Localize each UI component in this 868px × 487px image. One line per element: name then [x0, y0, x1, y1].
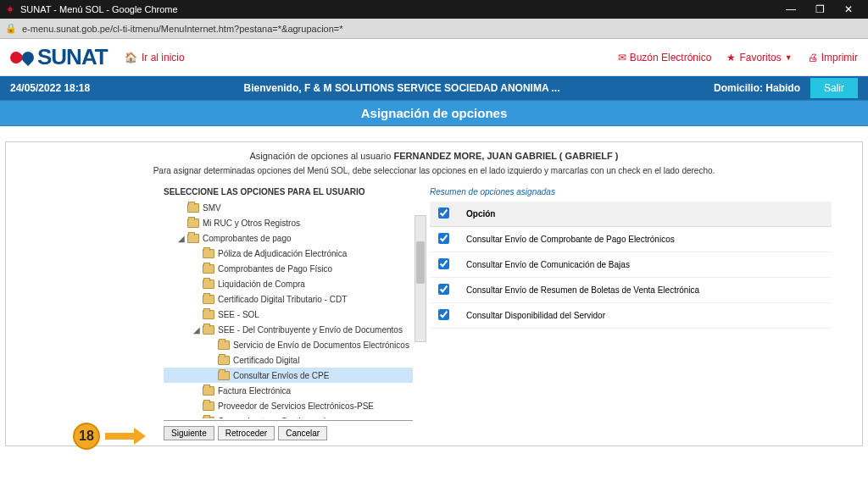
- options-tree-column: SELECCIONE LAS OPCIONES PARA EL USUARIO …: [6, 187, 413, 421]
- url-text: e-menu.sunat.gob.pe/cl-ti-itmenu/MenuInt…: [22, 24, 863, 34]
- arrow-icon: [105, 429, 146, 444]
- option-cell: Consultar Envío de Comprobante de Pago E…: [458, 227, 832, 252]
- tree-item[interactable]: Certificado Digital Tributario - CDT: [164, 291, 413, 307]
- table-row: Consultar Disponibilidad del Servidor: [430, 303, 832, 329]
- folder-icon: [187, 203, 199, 213]
- table-row: Consultar Envío de Comunicación de Bajas: [430, 252, 832, 278]
- tree-item[interactable]: SEE - SOL: [164, 307, 413, 322]
- assigned-title: Resumen de opciones asignadas: [430, 187, 832, 196]
- action-buttons: Siguiente Retroceder Cancelar: [164, 426, 327, 440]
- options-tree: SMV Mi RUC y Otros Registros ◢Comprobant…: [164, 200, 413, 418]
- maximize-button[interactable]: ❐: [805, 0, 834, 19]
- star-icon: ★: [726, 52, 736, 64]
- back-button[interactable]: Retroceder: [218, 426, 275, 440]
- favorites-link[interactable]: ★ Favoritos ▼: [726, 52, 792, 64]
- tree-item[interactable]: Certificado Digital: [164, 352, 413, 368]
- select-all-checkbox[interactable]: [438, 208, 449, 219]
- tree-item[interactable]: ◢Comprobantes de pago: [164, 230, 413, 246]
- tree-item[interactable]: Factura Electrónica: [164, 383, 413, 398]
- folder-icon: [203, 279, 214, 289]
- printer-icon: 🖨: [808, 52, 818, 64]
- assign-prefix: Asignación de opciones al usuario: [249, 151, 393, 161]
- tree-item[interactable]: Póliza de Adjudicación Electrónica: [164, 246, 413, 261]
- favorites-label: Favoritos: [739, 52, 781, 64]
- row-checkbox[interactable]: [438, 258, 449, 269]
- datetime-text: 24/05/2022 18:18: [10, 82, 90, 94]
- window-title: SUNAT - Menú SOL - Google Chrome: [20, 4, 776, 14]
- folder-icon: [203, 295, 214, 304]
- folder-icon: [203, 249, 214, 258]
- option-cell: Consultar Disponibilidad del Servidor: [458, 303, 832, 329]
- folder-icon: [187, 219, 199, 228]
- print-label: Imprimir: [821, 52, 858, 64]
- window-titlebar: SUNAT - Menú SOL - Google Chrome — ❐ ✕: [0, 0, 868, 19]
- mailbox-label: Buzón Electrónico: [630, 52, 712, 64]
- print-link[interactable]: 🖨 Imprimir: [808, 52, 858, 64]
- exit-button[interactable]: Salir: [810, 78, 858, 98]
- address-bar[interactable]: 🔒 e-menu.sunat.gob.pe/cl-ti-itmenu/MenuI…: [0, 19, 868, 39]
- window-controls: — ❐ ✕: [776, 0, 863, 19]
- tree-item[interactable]: SMV: [164, 200, 413, 215]
- tree-item-selected[interactable]: Consultar Envíos de CPE: [164, 368, 413, 383]
- tree-item[interactable]: Mi RUC y Otros Registros: [164, 215, 413, 230]
- tree-item[interactable]: Liquidación de Compra: [164, 276, 413, 291]
- header-checkbox-cell: [430, 202, 458, 227]
- logo-swirl-icon: [10, 46, 34, 69]
- domicile-text: Domicilio: Habido: [714, 82, 800, 94]
- cancel-button[interactable]: Cancelar: [278, 426, 327, 440]
- scrollbar-thumb[interactable]: [416, 241, 425, 284]
- folder-icon: [203, 264, 214, 274]
- svg-point-0: [8, 8, 13, 12]
- folder-icon: [218, 356, 230, 365]
- option-header: Opción: [458, 202, 832, 227]
- tree-item[interactable]: Proveedor de Servicios Electrónicos-PSE: [164, 398, 413, 413]
- row-checkbox[interactable]: [438, 309, 449, 320]
- folder-icon: [218, 371, 230, 380]
- folder-icon: [218, 340, 230, 350]
- brand-text: SUNAT: [37, 44, 108, 70]
- home-link[interactable]: 🏠 Ir al inicio: [125, 52, 185, 64]
- app-header: SUNAT 🏠 Ir al inicio ✉ Buzón Electrónico…: [0, 39, 868, 76]
- tree-item[interactable]: ◢SEE - Del Contribuyente y Envío de Docu…: [164, 322, 413, 337]
- home-icon: 🏠: [125, 52, 137, 64]
- step-callout: 18: [73, 423, 146, 450]
- folder-icon: [203, 417, 214, 419]
- section-title: Asignación de opciones: [0, 100, 868, 126]
- lock-icon: 🔒: [5, 23, 17, 34]
- info-bar: 24/05/2022 18:18 Bienvenido, F & M SOLUT…: [0, 76, 868, 100]
- folder-icon: [203, 386, 214, 396]
- tree-item[interactable]: Comprobantes - Contingencia: [164, 413, 413, 418]
- folder-icon: [187, 234, 199, 243]
- folder-icon: [203, 325, 214, 335]
- folder-icon: [203, 401, 214, 411]
- assign-user: FERNANDEZ MORE, JUAN GABRIEL ( GABRIELF …: [393, 151, 618, 161]
- tree-scrollbar[interactable]: [415, 215, 426, 342]
- app-icon: [5, 4, 15, 14]
- tree-title: SELECCIONE LAS OPCIONES PARA EL USUARIO: [164, 187, 413, 196]
- mail-icon: ✉: [618, 52, 626, 64]
- tree-item[interactable]: Comprobantes de Pago Físico: [164, 261, 413, 276]
- option-cell: Consultar Envío de Comunicación de Bajas: [458, 252, 832, 278]
- assign-line: Asignación de opciones al usuario FERNAN…: [6, 151, 862, 161]
- home-label: Ir al inicio: [142, 52, 185, 64]
- next-button[interactable]: Siguiente: [164, 426, 214, 440]
- assigned-options-table: Opción Consultar Envío de Comprobante de…: [430, 202, 832, 329]
- row-checkbox[interactable]: [438, 284, 449, 295]
- assigned-options-column: Resumen de opciones asignadas Opción Con…: [413, 187, 832, 421]
- minimize-button[interactable]: —: [776, 0, 805, 19]
- table-row: Consultar Envío de Resumen de Boletas de…: [430, 278, 832, 303]
- tree-item[interactable]: Servicio de Envío de Documentos Electrón…: [164, 337, 413, 352]
- mailbox-link[interactable]: ✉ Buzón Electrónico: [618, 52, 712, 64]
- step-number: 18: [73, 423, 100, 450]
- table-row: Consultar Envío de Comprobante de Pago E…: [430, 227, 832, 252]
- option-cell: Consultar Envío de Resumen de Boletas de…: [458, 278, 832, 303]
- welcome-text: Bienvenido, F & M SOLUTIONS SERVICE SOCI…: [90, 82, 714, 94]
- instructions-text: Para asignar determinadas opciones del M…: [6, 166, 862, 175]
- close-button[interactable]: ✕: [834, 0, 863, 19]
- sunat-logo: SUNAT: [10, 44, 108, 70]
- row-checkbox[interactable]: [438, 233, 449, 244]
- chevron-down-icon: ▼: [785, 53, 793, 62]
- folder-icon: [203, 310, 214, 319]
- main-panel: Asignación de opciones al usuario FERNAN…: [5, 141, 863, 446]
